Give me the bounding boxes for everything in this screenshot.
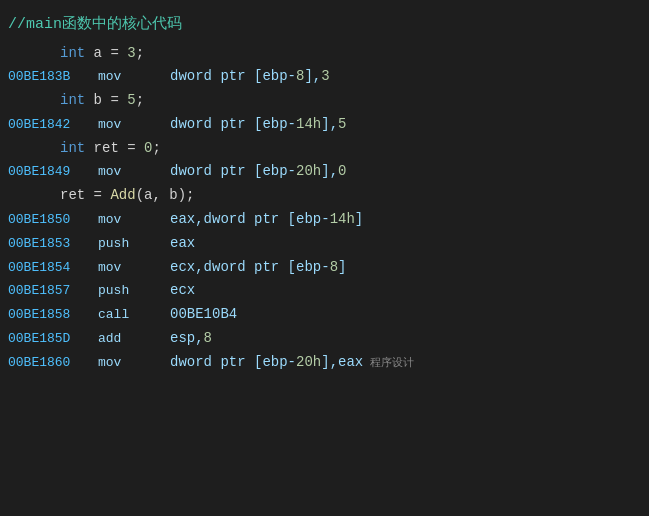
code-container: //main函数中的核心代码 int a = 3;00BE183Bmovdwor… xyxy=(0,0,649,383)
watermark: 程序设计 xyxy=(363,357,414,369)
asm-operand: ],eax xyxy=(321,354,363,370)
asm-operand: 20h xyxy=(296,354,321,370)
asm-mnemonic: mov xyxy=(90,114,170,136)
code-row-6: ret = Add(a, b); xyxy=(0,184,649,208)
asm-operand: dword ptr [ebp- xyxy=(170,116,296,132)
asm-operand: 14h xyxy=(330,211,355,227)
asm-address: 00BE1849 xyxy=(0,161,90,183)
asm-operand: ] xyxy=(355,211,363,227)
asm-mnemonic: mov xyxy=(90,66,170,88)
asm-address: 00BE185D xyxy=(0,328,90,350)
asm-mnemonic: push xyxy=(90,280,170,302)
asm-address: 00BE1850 xyxy=(0,209,90,231)
asm-operand: 8 xyxy=(330,259,338,275)
source-token: ; xyxy=(136,92,144,108)
asm-mnemonic: call xyxy=(90,304,170,326)
asm-operand: ecx,dword ptr [ebp- xyxy=(170,259,330,275)
asm-address: 00BE1858 xyxy=(0,304,90,326)
source-token: ; xyxy=(136,45,144,61)
code-row-4: int ret = 0; xyxy=(0,137,649,161)
code-row-13: 00BE1860movdword ptr [ebp-20h],eax 程序设计 xyxy=(0,351,649,375)
asm-operand: 20h xyxy=(296,163,321,179)
code-row-3: 00BE1842movdword ptr [ebp-14h],5 xyxy=(0,113,649,137)
asm-operand: 8 xyxy=(204,330,212,346)
source-token: int xyxy=(60,140,85,156)
asm-operand: 14h xyxy=(296,116,321,132)
code-row-7: 00BE1850moveax,dword ptr [ebp-14h] xyxy=(0,208,649,232)
asm-address: 00BE1842 xyxy=(0,114,90,136)
asm-operand: eax xyxy=(170,235,195,251)
asm-operand: ], xyxy=(304,68,321,84)
asm-operand: dword ptr [ebp- xyxy=(170,163,296,179)
asm-mnemonic: push xyxy=(90,233,170,255)
asm-operand: ], xyxy=(321,163,338,179)
asm-operand: dword ptr [ebp- xyxy=(170,68,296,84)
asm-mnemonic: mov xyxy=(90,257,170,279)
source-token: a = xyxy=(85,45,127,61)
source-token: ret = xyxy=(60,187,110,203)
asm-operand: 3 xyxy=(321,68,329,84)
code-row-1: 00BE183Bmovdword ptr [ebp-8],3 xyxy=(0,65,649,89)
code-row-8: 00BE1853pusheax xyxy=(0,232,649,256)
code-row-5: 00BE1849movdword ptr [ebp-20h],0 xyxy=(0,160,649,184)
asm-address: 00BE1857 xyxy=(0,280,90,302)
asm-mnemonic: mov xyxy=(90,161,170,183)
asm-address: 00BE1854 xyxy=(0,257,90,279)
code-row-12: 00BE185Daddesp,8 xyxy=(0,327,649,351)
asm-operand: 00BE10B4 xyxy=(170,306,237,322)
source-token: (a, b); xyxy=(136,187,195,203)
source-token: int xyxy=(60,45,85,61)
code-row-9: 00BE1854movecx,dword ptr [ebp-8] xyxy=(0,256,649,280)
code-row-10: 00BE1857pushecx xyxy=(0,279,649,303)
source-token: b = xyxy=(85,92,127,108)
source-token: 3 xyxy=(127,45,135,61)
source-token: ret = xyxy=(85,140,144,156)
asm-address: 00BE183B xyxy=(0,66,90,88)
source-token: ; xyxy=(152,140,160,156)
asm-mnemonic: mov xyxy=(90,209,170,231)
asm-operand: ecx xyxy=(170,282,195,298)
asm-operand: 5 xyxy=(338,116,346,132)
source-token: 5 xyxy=(127,92,135,108)
asm-operand: ], xyxy=(321,116,338,132)
code-row-2: int b = 5; xyxy=(0,89,649,113)
asm-operand: 0 xyxy=(338,163,346,179)
asm-operand: dword ptr [ebp- xyxy=(170,354,296,370)
asm-address: 00BE1853 xyxy=(0,233,90,255)
source-token: Add xyxy=(110,187,135,203)
code-row-11: 00BE1858call00BE10B4 xyxy=(0,303,649,327)
asm-operand: esp, xyxy=(170,330,204,346)
code-row-0: int a = 3; xyxy=(0,42,649,66)
comment-line: //main函数中的核心代码 xyxy=(0,8,649,42)
asm-operand: ] xyxy=(338,259,346,275)
source-token: int xyxy=(60,92,85,108)
asm-operand: eax,dword ptr [ebp- xyxy=(170,211,330,227)
asm-mnemonic: mov xyxy=(90,352,170,374)
asm-address: 00BE1860 xyxy=(0,352,90,374)
asm-mnemonic: add xyxy=(90,328,170,350)
